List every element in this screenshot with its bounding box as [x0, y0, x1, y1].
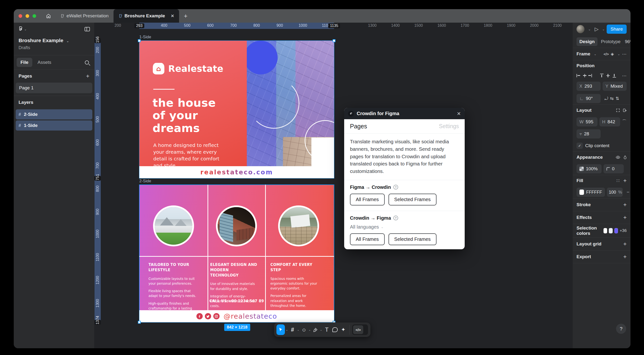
selection-handle-bottom-left[interactable] — [138, 321, 141, 324]
comment-tool-button[interactable] — [331, 325, 339, 335]
layer-item-2-side[interactable]: # 2-Side — [16, 109, 92, 119]
more-align-icon[interactable]: ⋯ — [622, 73, 627, 78]
blend-mode-icon[interactable] — [624, 155, 627, 159]
add-stroke-button[interactable]: + — [623, 201, 627, 208]
layer-item-1-side[interactable]: # 1-Side — [16, 120, 92, 131]
dev-mode-toggle[interactable]: </> — [352, 325, 368, 335]
selected-frames-button[interactable]: Selected Frames — [388, 233, 436, 245]
avatar[interactable] — [576, 25, 584, 33]
remove-fill-icon[interactable]: − — [627, 190, 629, 195]
text-tool-button[interactable]: T — [323, 325, 331, 335]
share-button[interactable]: Share — [607, 24, 627, 34]
fill-opacity-input[interactable]: 100 % — [607, 188, 623, 197]
new-tab-button[interactable]: + — [179, 9, 192, 23]
add-effect-button[interactable]: + — [623, 214, 627, 221]
align-vertical-center-icon[interactable] — [606, 74, 609, 77]
move-tool-button[interactable] — [276, 325, 285, 335]
tab-assets[interactable]: Assets — [34, 58, 55, 67]
gap-input[interactable]: ⫧28 — [576, 129, 600, 138]
frame-label-2-side[interactable]: 2-Side — [139, 179, 151, 184]
align-horizontal-center-icon[interactable] — [583, 74, 586, 77]
clip-content-checkbox[interactable]: ✓ — [576, 143, 583, 149]
rotation-input[interactable]: ∟90° — [576, 94, 600, 103]
more-colors-count[interactable]: +36 — [620, 228, 627, 233]
chevron-down-icon[interactable]: ⌄ — [588, 27, 591, 31]
selection-color-swatch[interactable] — [609, 228, 612, 233]
frame-label-1-side[interactable]: 1-Side — [139, 35, 151, 39]
flip-vertical-icon[interactable]: ⇅ — [616, 96, 619, 101]
help-icon[interactable]: ? — [393, 216, 398, 220]
width-input[interactable]: W595 — [576, 117, 598, 126]
page-item[interactable]: Page 1 — [16, 83, 92, 93]
align-left-icon[interactable] — [576, 74, 580, 77]
add-fill-button[interactable]: + — [623, 177, 627, 184]
selection-color-swatch[interactable] — [604, 228, 607, 233]
tab-design[interactable]: Design — [576, 37, 598, 46]
align-top-icon[interactable] — [600, 74, 603, 77]
all-frames-button[interactable]: All Frames — [350, 194, 385, 205]
corner-radius-input[interactable]: 0 — [604, 164, 624, 173]
selected-frames-button[interactable]: Selected Frames — [388, 194, 436, 205]
pen-tool-button[interactable] — [312, 325, 319, 335]
selection-color-swatch[interactable] — [614, 228, 618, 233]
height-input[interactable]: H842 — [600, 117, 620, 126]
visibility-icon[interactable] — [616, 156, 620, 159]
frame-tool-chevron[interactable]: ⌄ — [297, 328, 300, 332]
tab-prototype[interactable]: Prototype — [598, 37, 623, 46]
frame-1-side[interactable]: ⌂ Realestate the house of your dreams A … — [139, 41, 334, 178]
chevron-down-icon[interactable]: ⌄ — [618, 52, 620, 56]
y-position-input[interactable]: YMixed — [602, 82, 627, 91]
resize-icon[interactable] — [616, 108, 620, 112]
fill-color-input[interactable]: FFFFFF — [576, 188, 605, 197]
minimize-window-button[interactable] — [26, 14, 29, 18]
selection-type[interactable]: Frame — [576, 51, 590, 57]
shape-tool-button[interactable]: ○ — [300, 325, 308, 335]
component-icon[interactable]: ◈ — [611, 51, 614, 57]
align-bottom-icon[interactable] — [612, 74, 615, 77]
help-icon[interactable]: ? — [393, 185, 398, 190]
fill-swatch[interactable] — [580, 190, 584, 195]
file-location[interactable]: Drafts — [18, 45, 90, 50]
tab-file[interactable]: File — [17, 58, 32, 67]
canvas[interactable]: 2002934005006007008009001000110011351300… — [94, 23, 572, 348]
align-right-icon[interactable] — [589, 74, 592, 77]
toggle-sidebar-icon[interactable] — [84, 27, 90, 31]
file-name[interactable]: Broshure Example ⌄ — [18, 37, 90, 43]
frame-tool-button[interactable]: # — [289, 325, 296, 335]
zoom-level[interactable]: 96% — [625, 39, 630, 44]
all-frames-button[interactable]: All Frames — [350, 233, 385, 245]
add-page-button[interactable]: + — [86, 73, 90, 79]
opacity-input[interactable]: 100% — [576, 164, 602, 173]
zoom-window-button[interactable] — [32, 14, 36, 18]
shape-tool-chevron[interactable]: ⌄ — [308, 328, 311, 332]
close-tab-icon[interactable]: ✕ — [171, 13, 174, 18]
pen-tool-chevron[interactable]: ⌄ — [320, 328, 322, 332]
close-dialog-button[interactable]: ✕ — [457, 111, 461, 117]
chevron-down-icon[interactable]: ⌄ — [602, 27, 605, 31]
constrain-proportions-icon[interactable]: ⌒ — [622, 119, 627, 125]
dev-mode-icon[interactable]: </> — [604, 52, 609, 56]
help-button[interactable]: ? — [616, 324, 626, 334]
dialog-tab-pages[interactable]: Pages — [350, 123, 439, 130]
chevron-down-icon[interactable]: ⌄ — [24, 27, 27, 31]
selection-handle-top-right[interactable] — [332, 39, 336, 42]
add-layout-grid-button[interactable]: + — [623, 241, 627, 247]
flip-horizontal-icon[interactable]: ⇆ — [610, 96, 614, 101]
close-window-button[interactable] — [18, 14, 22, 18]
selection-handle-top-left[interactable] — [138, 39, 141, 42]
actions-button[interactable]: ✦ — [339, 325, 347, 335]
tab-broshure-example[interactable]: Broshure Example ✕ — [114, 9, 179, 23]
dialog-tab-settings[interactable]: Settings — [439, 123, 459, 130]
frame-2-side[interactable]: TAILORED TO YOUR LIFESTYLE Customizable … — [139, 185, 334, 322]
tab-ewallet-presentation[interactable]: eWallet Presentation — [56, 9, 114, 23]
add-export-button[interactable]: + — [623, 253, 627, 260]
present-button[interactable]: ▷ — [594, 26, 598, 32]
rotate-icon[interactable]: ⤾ — [604, 96, 608, 101]
styles-icon[interactable]: ∷ — [616, 178, 620, 184]
search-icon[interactable] — [85, 60, 89, 64]
figma-menu-icon[interactable] — [18, 26, 22, 32]
home-button[interactable] — [42, 9, 56, 23]
chevron-down-icon[interactable]: ⌄ — [594, 52, 596, 56]
auto-layout-icon[interactable] — [623, 108, 627, 112]
dialog-header[interactable]: Crowdin for Figma ✕ — [344, 108, 465, 119]
